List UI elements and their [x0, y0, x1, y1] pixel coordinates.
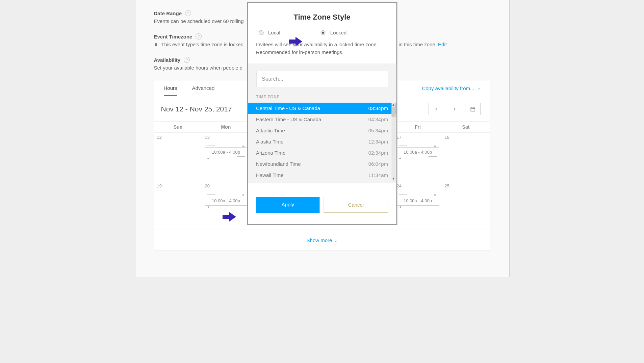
- day-number: 18: [445, 135, 487, 140]
- help-icon[interactable]: ?: [185, 10, 191, 16]
- timezone-row[interactable]: Hawaii Time11:34am: [248, 170, 396, 181]
- prev-button[interactable]: [429, 103, 444, 115]
- tab-advanced[interactable]: Advanced: [192, 80, 215, 96]
- date-range-label: Date Range: [154, 10, 182, 16]
- timezone-row[interactable]: Central Time - US & Canada03:34pm: [248, 103, 396, 114]
- modal-desc: Invitees will see your availability in a…: [256, 41, 388, 56]
- timezone-row[interactable]: Alaska Time12:34pm: [248, 136, 396, 147]
- timezone-row[interactable]: Newfoundland Time06:04pm: [248, 158, 396, 170]
- timezone-row[interactable]: Atlantic Time05:34pm: [248, 125, 396, 136]
- scroll-down-icon[interactable]: ▼: [391, 177, 395, 181]
- lock-icon: [154, 42, 158, 46]
- day-number: 24: [397, 183, 439, 188]
- timezone-label: Event Timezone: [154, 34, 192, 40]
- day-header: Mon: [202, 122, 250, 132]
- calendar-cell[interactable]: 25: [442, 181, 490, 230]
- edit-link[interactable]: Edit: [438, 42, 447, 47]
- svg-rect-0: [471, 107, 475, 111]
- timezone-modal: Time Zone Style Local Locked Invitees wi…: [247, 2, 397, 225]
- calendar-cell[interactable]: 1710:00a - 4:00p►◄: [394, 133, 442, 181]
- time-slot[interactable]: 10:00a - 4:00p►◄: [397, 196, 439, 206]
- annotation-arrow-icon: [289, 37, 302, 46]
- modal-title: Time Zone Style: [256, 13, 388, 22]
- time-slot[interactable]: 10:00a - 4:00p►◄: [205, 147, 247, 157]
- calendar-cell[interactable]: 2010:00a - 4:00p►◄: [202, 181, 250, 230]
- help-icon[interactable]: ?: [196, 33, 202, 40]
- timezone-row[interactable]: Eastern Time - US & Canada04:34pm: [248, 114, 396, 125]
- tab-hours[interactable]: Hours: [164, 80, 177, 96]
- timezone-row[interactable]: Arizona Time02:34pm: [248, 147, 396, 158]
- calendar-cell[interactable]: 19: [154, 181, 202, 230]
- help-icon[interactable]: ?: [184, 57, 190, 63]
- day-number: 17: [397, 135, 439, 140]
- radio-local[interactable]: Local: [259, 30, 280, 35]
- day-number: 13: [205, 135, 247, 140]
- day-number: 19: [157, 183, 199, 188]
- time-slot[interactable]: 10:00a - 4:00p►◄: [397, 147, 439, 157]
- radio-locked[interactable]: Locked: [321, 30, 346, 35]
- calendar-cell[interactable]: 18: [442, 133, 490, 181]
- day-header: Fri: [394, 122, 442, 132]
- time-slot[interactable]: 10:00a - 4:00p►◄: [205, 196, 247, 206]
- calendar-button[interactable]: [465, 103, 481, 115]
- day-header: Sun: [154, 122, 202, 132]
- annotation-arrow-icon: [223, 212, 236, 222]
- show-more-link[interactable]: Show more⌄: [154, 230, 490, 251]
- apply-button[interactable]: Apply: [256, 197, 320, 213]
- day-header: Sat: [442, 122, 490, 132]
- date-range-display: Nov 12 - Nov 25, 2017: [161, 105, 232, 113]
- calendar-cell[interactable]: 12: [154, 133, 202, 181]
- calendar-cell[interactable]: 1310:00a - 4:00p►◄: [202, 133, 250, 181]
- copy-availability-link[interactable]: Copy availability from...⌄: [422, 85, 480, 91]
- chevron-down-icon: ⌄: [334, 238, 337, 243]
- availability-label: Availability: [154, 57, 181, 63]
- day-number: 12: [157, 135, 199, 140]
- day-number: 20: [205, 183, 247, 188]
- scrollbar[interactable]: ▲ ▼: [391, 103, 395, 181]
- scroll-up-icon[interactable]: ▲: [391, 103, 395, 107]
- day-number: 25: [445, 183, 487, 188]
- cancel-button[interactable]: Cancel: [324, 197, 388, 213]
- next-button[interactable]: [447, 103, 462, 115]
- chevron-down-icon: ⌄: [477, 86, 481, 90]
- tz-heading: TIME ZONE: [256, 95, 388, 99]
- calendar-cell[interactable]: 2410:00a - 4:00p►◄: [394, 181, 442, 230]
- search-input[interactable]: [256, 71, 388, 87]
